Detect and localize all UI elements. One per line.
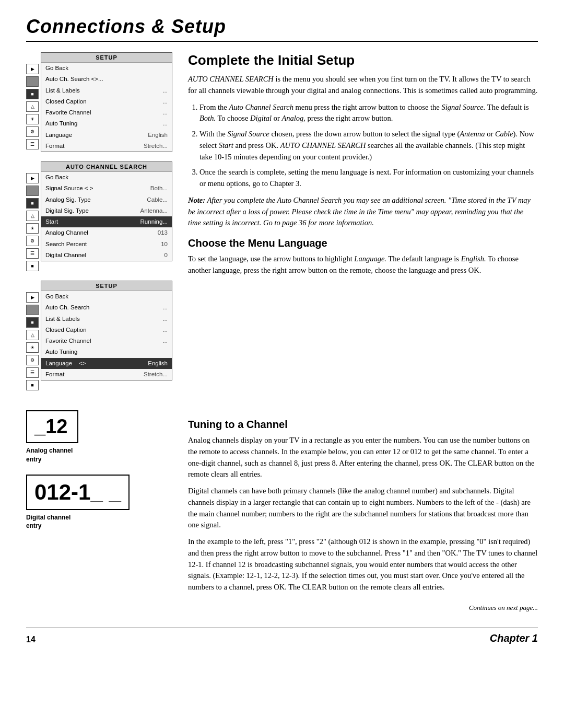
menu-item: FormatStretch... (41, 141, 172, 152)
menu-item: Analog Channel013 (41, 227, 172, 238)
left-column: ▶ ■ △ ☀ ⚙ ☰ SETUP Go Back Auto Ch. Searc… (26, 52, 172, 400)
menu-item: Digital Channel0 (41, 250, 172, 261)
right-column: Complete the Initial Setup AUTO CHANNEL … (188, 52, 538, 400)
menu-item: Analog Sig. TypeCable... (41, 194, 172, 205)
tv-icon-3: ■ (26, 89, 39, 99)
tuning-para-2: Digital channels can have both primary c… (188, 486, 538, 531)
page-header: Connections & Setup (26, 16, 538, 42)
menu-item: Auto Ch. Search... (41, 302, 172, 313)
chapter-label: Chapter 1 (490, 632, 538, 644)
auto-channel-menu-box: AUTO CHANNEL SEARCH Go Back Signal Sourc… (41, 161, 172, 261)
tv-icon-5: ☀ (26, 114, 39, 124)
tv-icon-a2 (26, 186, 39, 196)
steps-list: From the Auto Channel Search menu press … (188, 102, 538, 190)
tv-icon-6: ⚙ (26, 126, 39, 137)
menu-item: Go Back (41, 63, 172, 74)
channel-left: _12 Analog channel entry 012-1_ _ Digita… (26, 410, 172, 541)
menu-item: List & Labels... (41, 314, 172, 325)
channel-section: _12 Analog channel entry 012-1_ _ Digita… (26, 410, 538, 598)
step-3: Once the search is complete, setting the… (199, 167, 538, 190)
menu-item: Auto Tuning (41, 346, 172, 357)
menu-language-text: To set the language, use the arrow butto… (188, 253, 538, 276)
digital-channel-block: 012-1_ _ Digital channel entry (26, 475, 172, 531)
tv-icons-2: ▶ ■ △ ☀ ⚙ ☰ ■ (26, 161, 39, 271)
tv-icon-b7: ☰ (26, 367, 39, 378)
tuning-title: Tuning to a Channel (188, 419, 538, 431)
tv-icon-b4: △ (26, 330, 39, 340)
digital-channel-label: Digital channel entry (26, 513, 172, 531)
step-1: From the Auto Channel Search menu press … (199, 102, 538, 125)
note-block: Note: After you complete the Auto Channe… (188, 195, 538, 229)
menu-item: Favorite Channel... (41, 107, 172, 118)
step-2: With the Signal Source chosen, press the… (199, 129, 538, 163)
page-container: Connections & Setup ▶ ■ △ ☀ ⚙ ☰ SETUP Go (0, 0, 564, 728)
menu-item: Go Back (41, 291, 172, 302)
menu-item: Go Back (41, 172, 172, 183)
continues-text: Continues on next page... (26, 604, 538, 612)
menu-item: Closed Caption... (41, 325, 172, 336)
menu-item-language: Language <>English (41, 358, 172, 369)
tv-icon-b5: ☀ (26, 342, 39, 353)
tv-icon-4: △ (26, 101, 39, 112)
tv-icon-a8: ■ (26, 261, 39, 271)
menu-item: FormatStretch... (41, 369, 172, 380)
tv-icon-a6: ⚙ (26, 236, 39, 246)
auto-channel-menu-title: AUTO CHANNEL SEARCH (41, 162, 172, 172)
tv-icon-a3: ■ (26, 198, 39, 209)
setup-menu-title-2: SETUP (41, 281, 172, 291)
menu-item: Auto Ch. Search <>... (41, 74, 172, 85)
page-title: Connections & Setup (26, 16, 538, 38)
page-number: 14 (26, 635, 36, 644)
auto-channel-menu-block: ▶ ■ △ ☀ ⚙ ☰ ■ AUTO CHANNEL SEARCH Go Bac… (26, 161, 172, 271)
header-rule (26, 41, 538, 42)
setup-menu-1-block: ▶ ■ △ ☀ ⚙ ☰ SETUP Go Back Auto Ch. Searc… (26, 52, 172, 152)
menu-item: Closed Caption... (41, 96, 172, 107)
tv-icon-2 (26, 76, 39, 87)
setup-menu-2-block: ▶ ■ △ ☀ ⚙ ☰ ■ SETUP Go Back Auto Ch. Sea… (26, 281, 172, 390)
tv-icon-a4: △ (26, 211, 39, 221)
tv-icons-1: ▶ ■ △ ☀ ⚙ ☰ (26, 52, 39, 149)
section-menu-language-title: Choose the Menu Language (188, 237, 538, 249)
tv-icons-3: ▶ ■ △ ☀ ⚙ ☰ ■ (26, 281, 39, 390)
menu-item: Auto Tuning... (41, 118, 172, 129)
tv-icon-b8: ■ (26, 380, 39, 390)
setup-menu-box-1: SETUP Go Back Auto Ch. Search <>... List… (41, 52, 172, 152)
intro-text: AUTO CHANNEL SEARCH is the menu you shou… (188, 74, 538, 97)
tv-icon-b2 (26, 305, 39, 315)
menu-item-search-percent: Search Percent10 (41, 239, 172, 250)
tv-icon-7: ☰ (26, 139, 39, 149)
setup-menu-title-1: SETUP (41, 53, 172, 63)
page-footer: 14 Chapter 1 (26, 628, 538, 644)
tv-icon-a5: ☀ (26, 223, 39, 234)
menu-item-start: StartRunning... (41, 216, 172, 227)
analog-channel-block: _12 Analog channel entry (26, 410, 172, 464)
menu-item: Favorite Channel... (41, 336, 172, 346)
tv-icon-b6: ⚙ (26, 355, 39, 365)
tv-icon-1: ▶ (26, 64, 39, 74)
menu-item: Signal Source < >Both... (41, 183, 172, 194)
menu-item: Digital Sig. TypeAntenna... (41, 205, 172, 216)
tv-icon-a1: ▶ (26, 173, 39, 183)
analog-channel-display: _12 (26, 410, 78, 443)
setup-menu-box-2: SETUP Go Back Auto Ch. Search... List & … (41, 281, 172, 380)
channel-right: Tuning to a Channel Analog channels disp… (188, 410, 538, 598)
analog-channel-label: Analog channel entry (26, 446, 172, 464)
section-complete-setup-title: Complete the Initial Setup (188, 52, 538, 68)
digital-channel-display: 012-1_ _ (26, 475, 130, 510)
tuning-para-1: Analog channels display on your TV in a … (188, 435, 538, 480)
tv-icon-b3: ■ (26, 317, 39, 328)
main-layout: ▶ ■ △ ☀ ⚙ ☰ SETUP Go Back Auto Ch. Searc… (26, 52, 538, 400)
menu-item: LanguageEnglish (41, 130, 172, 141)
tuning-para-3: In the example to the left, press "1", p… (188, 536, 538, 593)
menu-item: List & Labels... (41, 85, 172, 96)
tv-icon-b1: ▶ (26, 292, 39, 303)
tv-icon-a7: ☰ (26, 248, 39, 259)
